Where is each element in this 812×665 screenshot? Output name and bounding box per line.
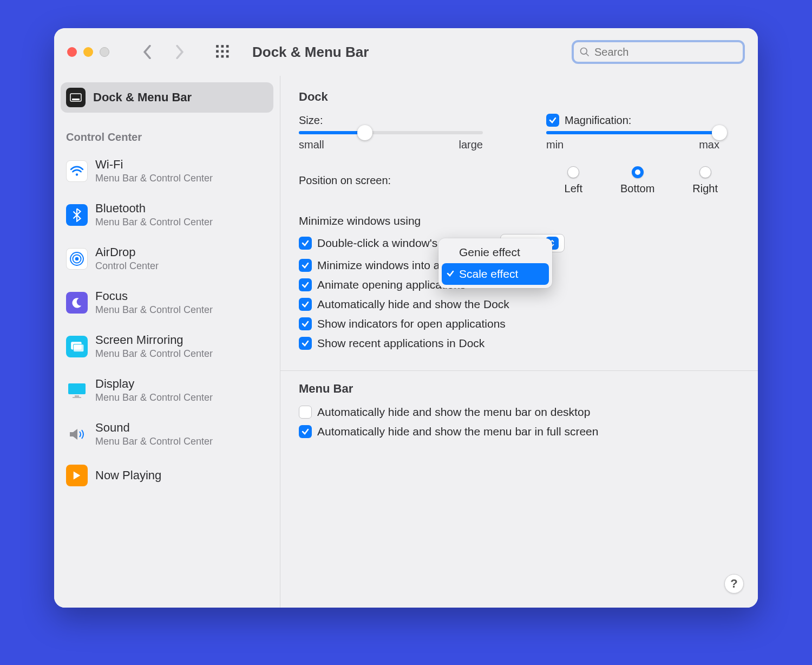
magnification-label: Magnification: (565, 114, 631, 127)
svg-rect-7 (221, 55, 224, 58)
autohide-menubar-fullscreen-checkbox[interactable] (299, 425, 312, 438)
list-item-title: Wi-Fi (95, 158, 213, 172)
wifi-icon (66, 160, 88, 182)
list-item-title: Bluetooth (95, 201, 213, 216)
autohide-menubar-desktop-checkbox[interactable] (299, 406, 312, 419)
chevron-right-icon (175, 45, 185, 59)
svg-rect-1 (221, 45, 224, 48)
sidebar: Dock & Menu Bar Control Center Wi-Fi Men… (54, 76, 280, 608)
size-max-label: large (459, 139, 483, 151)
list-item-title: AirDrop (95, 245, 159, 259)
svg-rect-2 (226, 45, 229, 48)
svg-rect-12 (72, 99, 80, 100)
svg-rect-5 (226, 50, 229, 53)
svg-rect-6 (216, 55, 219, 58)
minimize-option-scale[interactable]: Scale effect (442, 263, 549, 285)
window-title: Dock & Menu Bar (252, 44, 369, 61)
sidebar-item-airdrop[interactable]: AirDrop Control Center (61, 237, 273, 281)
menubar-heading: Menu Bar (299, 382, 739, 396)
sidebar-item-now-playing[interactable]: Now Playing (61, 456, 273, 495)
sound-icon (66, 423, 88, 445)
list-item-title: Now Playing (95, 468, 161, 483)
sidebar-item-display[interactable]: Display Menu Bar & Control Center (61, 368, 273, 412)
indicators-label: Show indicators for open applications (317, 317, 506, 330)
size-slider[interactable] (299, 131, 483, 134)
autohide-dock-label: Automatically hide and show the Dock (317, 298, 509, 311)
list-item-sub: Menu Bar & Control Center (95, 217, 213, 228)
svg-rect-18 (74, 344, 84, 351)
chevron-left-icon (142, 45, 152, 59)
autohide-menubar-desktop-label: Automatically hide and show the menu bar… (317, 406, 590, 419)
size-slider-knob[interactable] (357, 125, 372, 140)
position-right-label: Right (692, 182, 718, 195)
titlebar: Dock & Menu Bar (54, 28, 758, 76)
list-item-sub: Menu Bar & Control Center (95, 304, 213, 316)
show-all-button[interactable] (212, 41, 234, 63)
sidebar-item-wifi[interactable]: Wi-Fi Menu Bar & Control Center (61, 149, 273, 193)
position-bottom-radio[interactable] (632, 166, 644, 178)
svg-rect-3 (216, 50, 219, 53)
search-field-wrap[interactable] (572, 40, 745, 64)
zoom-window-button[interactable] (100, 47, 109, 57)
focus-icon (66, 292, 88, 314)
sidebar-item-screen-mirroring[interactable]: Screen Mirroring Menu Bar & Control Cent… (61, 324, 273, 368)
sidebar-section-title: Control Center (61, 113, 273, 149)
position-label: Position on screen: (299, 174, 391, 187)
position-left-radio[interactable] (567, 166, 579, 178)
recent-checkbox[interactable] (299, 337, 312, 350)
indicators-checkbox[interactable] (299, 317, 312, 330)
list-item-title: Sound (95, 421, 213, 435)
magnification-slider[interactable] (546, 131, 719, 134)
autohide-menubar-fullscreen-label: Automatically hide and show the menu bar… (317, 425, 598, 438)
size-label: Size: (299, 114, 492, 127)
help-button[interactable]: ? (724, 574, 744, 594)
list-item-sub: Menu Bar & Control Center (95, 348, 213, 360)
minimize-window-button[interactable] (83, 47, 93, 57)
svg-rect-19 (68, 383, 86, 394)
content-pane: Dock Size: small large (280, 76, 758, 608)
sidebar-item-focus[interactable]: Focus Menu Bar & Control Center (61, 281, 273, 324)
recent-label: Show recent applications in Dock (317, 337, 484, 350)
svg-rect-21 (73, 397, 81, 398)
search-input[interactable] (594, 46, 737, 58)
size-min-label: small (299, 139, 324, 151)
preferences-window: Dock & Menu Bar Dock & Menu Bar Control … (54, 28, 758, 608)
position-right-radio[interactable] (699, 166, 711, 178)
grid-icon (215, 44, 231, 60)
back-button[interactable] (136, 41, 158, 63)
display-icon (66, 380, 88, 401)
list-item-title: Display (95, 377, 213, 391)
search-icon (579, 47, 590, 57)
animate-checkbox[interactable] (299, 278, 312, 291)
list-item-sub: Control Center (95, 260, 159, 272)
min-into-app-checkbox[interactable] (299, 259, 312, 272)
svg-rect-8 (226, 55, 229, 58)
sidebar-item-label: Dock & Menu Bar (93, 90, 192, 105)
forward-button[interactable] (169, 41, 191, 63)
dock-heading: Dock (299, 90, 739, 104)
traffic-lights (67, 47, 109, 57)
list-item-title: Focus (95, 289, 213, 303)
minimize-option-genie[interactable]: Genie effect (442, 242, 549, 263)
close-window-button[interactable] (67, 47, 77, 57)
checkmark-icon (446, 268, 455, 281)
mag-min-label: min (546, 139, 564, 151)
svg-point-14 (75, 257, 79, 260)
magnification-slider-knob[interactable] (712, 125, 727, 140)
sidebar-item-sound[interactable]: Sound Menu Bar & Control Center (61, 412, 273, 456)
dock-section: Dock Size: small large (280, 76, 758, 361)
position-bottom-label: Bottom (620, 182, 654, 195)
minimize-using-label: Minimize windows using (299, 214, 421, 227)
menubar-section: Menu Bar Automatically hide and show the… (280, 371, 758, 449)
svg-rect-20 (75, 395, 79, 397)
dock-menubar-icon (66, 88, 86, 107)
sidebar-item-dock-menubar[interactable]: Dock & Menu Bar (61, 82, 273, 113)
help-icon: ? (730, 577, 737, 591)
minimize-effect-dropdown[interactable]: Genie effect Scale effect (438, 238, 552, 288)
doubleclick-checkbox[interactable] (299, 237, 312, 250)
autohide-dock-checkbox[interactable] (299, 298, 312, 311)
svg-rect-4 (221, 50, 224, 53)
magnification-checkbox[interactable] (546, 114, 559, 127)
list-item-sub: Menu Bar & Control Center (95, 392, 213, 403)
sidebar-item-bluetooth[interactable]: Bluetooth Menu Bar & Control Center (61, 193, 273, 237)
